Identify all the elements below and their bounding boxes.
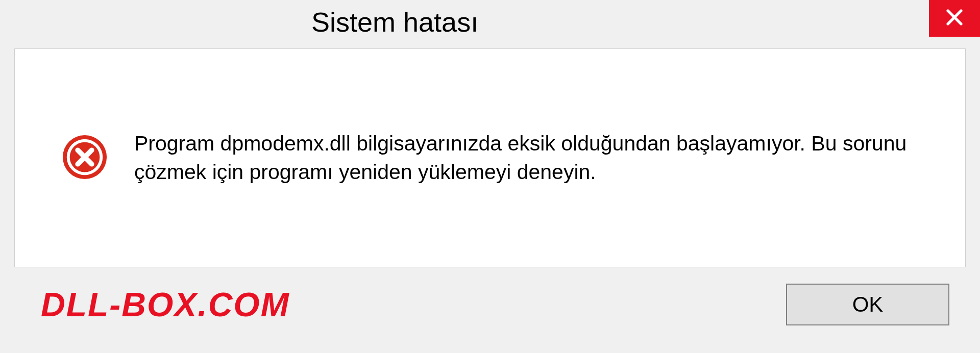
dialog-title: Sistem hatası	[311, 6, 478, 38]
ok-button[interactable]: OK	[786, 284, 949, 325]
title-bar: Sistem hatası	[0, 0, 980, 48]
dialog-footer: DLL-BOX.COM OK	[0, 282, 980, 353]
error-message: Program dpmodemx.dll bilgisayarınızda ek…	[134, 130, 935, 186]
system-error-dialog: Sistem hatası Program dpmodemx.dll bilgi…	[0, 0, 980, 353]
close-icon	[943, 6, 966, 31]
watermark-text: DLL-BOX.COM	[41, 285, 290, 324]
error-icon	[61, 133, 109, 183]
content-panel: Program dpmodemx.dll bilgisayarınızda ek…	[14, 48, 966, 267]
close-button[interactable]	[929, 0, 980, 37]
